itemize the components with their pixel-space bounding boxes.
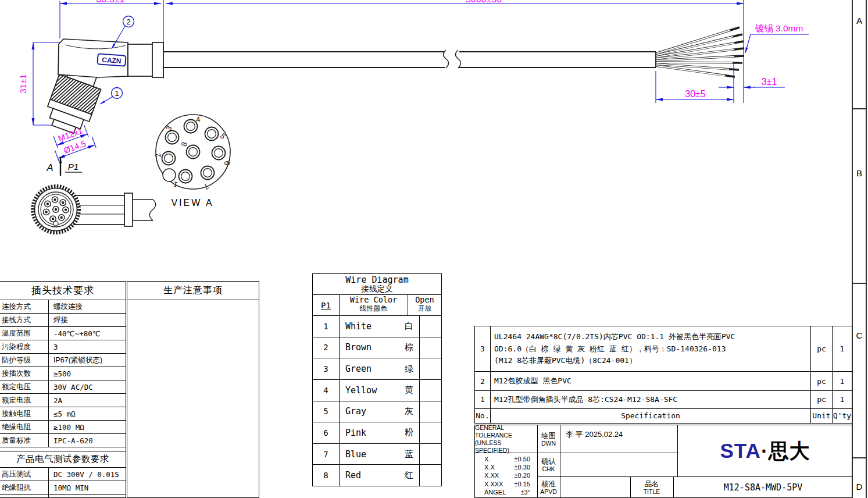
tin-note-label: 镀锡 3.0mm [755, 23, 803, 33]
bom-qty: 1 [833, 326, 852, 371]
dwn-value: 李 平 2025.02.24 [566, 430, 623, 439]
svg-text:4: 4 [195, 115, 201, 124]
col-pin: P1 [313, 295, 340, 315]
bom-header-spec: Specification [621, 410, 680, 422]
tolerance-line: X.XXX±0.15 [484, 480, 530, 488]
table-row: 额定电压30V AC/DC [0, 380, 126, 394]
table-row: 温度范围-40℃~+80℃ [0, 327, 126, 340]
color-en: Blue [345, 449, 366, 460]
wire-row: 6Pink粉 [313, 422, 441, 444]
bom-header-row: No. Specification Unit Q'ty [475, 409, 852, 423]
zone-letter-d: D [856, 482, 863, 492]
stripped-wires [656, 27, 744, 77]
tolerance-values: X.±0.50 X.X±0.30 X.XX±0.20 X.XXX±0.15 AN… [475, 453, 537, 498]
row-label: 绝缘阻抗 [0, 481, 49, 494]
notes-title: 生产注意事项 [127, 282, 259, 300]
bom-no: 2 [475, 372, 491, 390]
col-open: Open 开放 [408, 295, 441, 315]
dim-strip-label: 30±5 [685, 89, 706, 99]
dim-connector-length: 33.5±1 [97, 0, 125, 4]
bom-unit: pc [811, 391, 833, 408]
tolerance-title-2: (UNLESS SPECIFIED) [475, 439, 537, 454]
row-label: 高压测试 [0, 468, 49, 481]
part-number: M12-S8A-MWD-5PV [673, 476, 852, 498]
wire-row: 7Blue蓝 [313, 444, 441, 465]
row-value: 2A [49, 396, 126, 405]
bom-spec-line: M12包胶成型 黑色PVC [494, 375, 807, 387]
bom-row-1: 1 M12孔型带倒角插头半成品 8芯:CS24-M12-S8A-SFC pc 1 [475, 391, 852, 409]
spacer-row [0, 447, 126, 451]
color-zh: 粉 [405, 427, 413, 438]
row-label: 质量标准 [0, 434, 49, 447]
wire-row: 4Yellow黄 [313, 380, 441, 401]
color-zh: 绿 [405, 364, 413, 375]
apvd-en: APVD [540, 488, 557, 495]
cable [163, 50, 656, 68]
col-color: Wire Color 线性颜色 [340, 295, 408, 315]
table-row: 额定电流2A [0, 394, 126, 407]
tech-table-title: 插头技术要求 [0, 282, 126, 300]
title-block: GENERAL TOLERANCE (UNLESS SPECIFIED) X.±… [474, 425, 852, 498]
color-en: Pink [345, 428, 366, 438]
col-open-en: Open [408, 295, 441, 305]
color-en: Brown [345, 342, 372, 353]
row-label: 额定电压 [0, 380, 49, 393]
row-label: 接触电阻 [0, 407, 49, 420]
color-en: Red [345, 470, 361, 481]
electrical-test-section-title: 产品电气测试参数要求 [0, 451, 126, 468]
row-label: 额定电流 [0, 394, 49, 407]
tolerance-title-1: GENERAL TOLERANCE [475, 425, 537, 439]
dim-diameter-label: Ø14.5 [62, 138, 87, 155]
row-value: ≤5 mΩ [49, 410, 126, 418]
brand-badge-text: CAZN [102, 56, 122, 65]
row-label: 污染程度 [0, 340, 49, 353]
dwn-en: DWN [541, 440, 556, 447]
col-color-en: Wire Color [340, 295, 408, 305]
pin-number: 1 [313, 316, 340, 337]
title-en: TITLE [644, 488, 660, 495]
bom-header-no: No. [475, 409, 491, 423]
row-label: 接线方式 [0, 314, 49, 326]
pin-number: 6 [313, 422, 340, 443]
apvd-label-cell: 核准APVD [537, 476, 560, 498]
table-row: 接插次数≥500 [0, 367, 126, 380]
apvd-zh: 核准 [541, 480, 556, 488]
plug-tech-requirements-table: 插头技术要求 连接方式螺纹连接 接线方式焊接 温度范围-40℃~+80℃ 污染程… [0, 281, 126, 498]
tin-note-leader [745, 34, 809, 53]
row-value: 30V AC/DC [49, 383, 126, 392]
row-value: 焊接 [49, 315, 126, 325]
drawing-sheet: A B C D 33.5±1 5000±50 31±1 [0, 0, 868, 498]
wire-color: Gray灰 [340, 401, 420, 422]
wire-color: Green绿 [340, 358, 420, 379]
row-label: 防护等级 [0, 354, 49, 367]
pin-number: 4 [313, 380, 340, 401]
open-cell [420, 465, 441, 486]
tolerance-line: X.X±0.30 [484, 463, 530, 471]
tolerance-line: X.XX±0.20 [484, 471, 530, 479]
part-number-value: M12-S8A-MWD-5PV [724, 482, 802, 493]
color-en: Yellow [345, 385, 377, 396]
bom-qty: 1 [833, 372, 852, 390]
bom-row-3: 3 UL2464 24AWG*8C(7/0.2TS)内芯PVC OD:1.1 外… [475, 326, 852, 372]
bom-spec-line: M12孔型带倒角插头半成品 8芯:CS24-M12-S8A-SFC [494, 394, 807, 405]
row-label: 导体阻抗 [0, 495, 49, 498]
dwn-value-cell: 李 平 2025.02.24 [560, 425, 677, 453]
table-row: 绝缘阻抗10MΩ MIN [0, 481, 126, 495]
pin-number: 2 [313, 337, 340, 358]
view-a-label: VIEW A [171, 198, 213, 208]
table-row: 绝缘电阻≥100 MΩ [0, 421, 126, 434]
color-en: Gray [345, 406, 366, 417]
wire-color: Pink粉 [340, 422, 420, 443]
sheet-border [852, 0, 866, 498]
bom-header-qty: Q'ty [833, 409, 852, 423]
row-value: IPC-A-620 [49, 436, 126, 445]
section-arrow: A P1 [46, 157, 82, 176]
color-en: White [345, 321, 372, 332]
open-cell [420, 444, 441, 465]
zone-letter-c: C [856, 330, 863, 340]
wire-table-title: Wire Diagram 接线定义 [313, 274, 441, 295]
bom-spec-line: (M12 8芯非屏蔽PVC电缆)（8C24-001） [494, 355, 807, 367]
row-value: DC 300V / 0.01S [49, 470, 126, 479]
wire-row: 2Brown棕 [313, 337, 441, 359]
svg-text:6: 6 [223, 161, 231, 165]
